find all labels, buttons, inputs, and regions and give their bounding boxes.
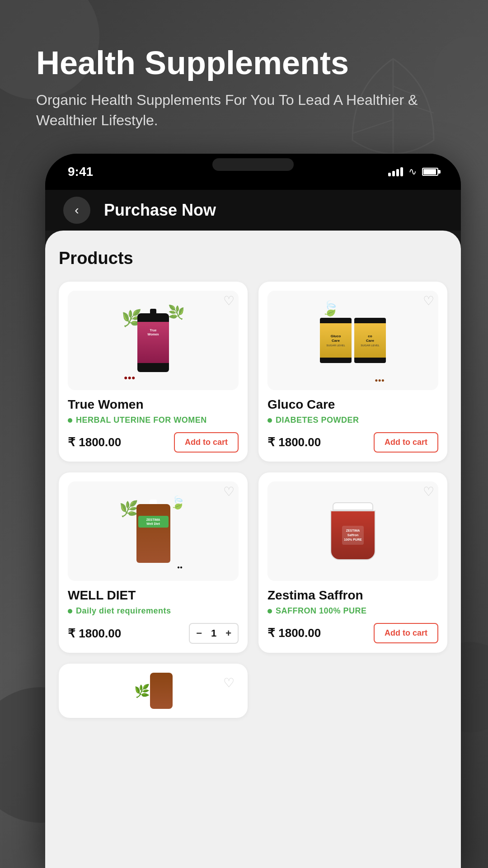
page-title: Health Supplements [36, 45, 452, 81]
product-card-true-women: ♡ 🌿 🌿 TrueWomen [59, 282, 248, 462]
product-image-true-women: 🌿 🌿 TrueWomen ●●● [68, 291, 239, 390]
product-name-well-diet: WELL DIET [68, 588, 239, 603]
product-price-zestima-saffron: ₹ 1800.00 [267, 626, 321, 640]
product-name-zestima-saffron: Zestima Saffron [267, 588, 438, 603]
product-category-zestima-saffron: SAFFRON 100% PURE [267, 606, 438, 616]
battery-icon [422, 168, 438, 176]
add-to-cart-button-true-women[interactable]: Add to cart [174, 432, 239, 453]
category-text-zestima-saffron: SAFFRON 100% PURE [276, 606, 367, 616]
quantity-value: 1 [209, 627, 218, 639]
category-text-true-women: HERBAL UTERINE FOR WOMEN [76, 415, 207, 425]
products-section-title: Products [59, 249, 447, 268]
status-icons: ∿ [388, 166, 438, 178]
product-name-gluco-care: Gluco Care [267, 397, 438, 412]
product-footer-zestima-saffron: ₹ 1800.00 Add to cart [267, 623, 438, 643]
wishlist-button-partial[interactable]: ♡ [219, 673, 239, 693]
back-button[interactable]: ‹ [63, 197, 90, 224]
nav-bar: ‹ Purchase Now [45, 190, 461, 231]
content-area[interactable]: Products ♡ 🌿 🌿 TrueWomen [45, 231, 461, 868]
category-dot [267, 609, 272, 613]
category-text-well-diet: Daily diet requirements [76, 606, 171, 616]
product-card-zestima-saffron: ♡ ZESTIMASaffron100% PURE [258, 472, 447, 653]
phone-mockup: 9:41 ∿ ‹ Purchase Now Products ♡ [45, 154, 461, 868]
product-price-true-women: ₹ 1800.00 [68, 435, 121, 449]
wishlist-button-true-women[interactable]: ♡ [219, 291, 239, 311]
nav-title: Purchase Now [104, 201, 216, 220]
product-price-gluco-care: ₹ 1800.00 [267, 435, 321, 449]
category-dot [68, 609, 72, 613]
notch [190, 154, 316, 176]
page-subtitle: Organic Health Supplements For You To Le… [36, 90, 452, 131]
product-image-well-diet: 🌿 🍃 ZESTIMAWell Diet ●● [68, 481, 239, 581]
quantity-control-well-diet: − 1 + [189, 623, 239, 644]
product-footer-gluco-care: ₹ 1800.00 Add to cart [267, 432, 438, 453]
product-card-partial: ♡ 🌿 [59, 664, 248, 718]
quantity-increase-button[interactable]: + [225, 627, 231, 639]
add-to-cart-button-gluco-care[interactable]: Add to cart [374, 432, 438, 453]
product-footer-true-women: ₹ 1800.00 Add to cart [68, 432, 239, 453]
add-to-cart-button-zestima-saffron[interactable]: Add to cart [374, 623, 438, 643]
quantity-decrease-button[interactable]: − [196, 627, 202, 639]
product-category-true-women: HERBAL UTERINE FOR WOMEN [68, 415, 239, 425]
product-card-well-diet: ♡ 🌿 🍃 ZESTIMAWell Diet [59, 472, 248, 653]
product-footer-well-diet: ₹ 1800.00 − 1 + [68, 623, 239, 644]
wifi-icon: ∿ [408, 166, 417, 178]
product-price-well-diet: ₹ 1800.00 [68, 627, 121, 641]
status-time: 9:41 [68, 165, 93, 179]
product-category-gluco-care: DIABETES POWDER [267, 415, 438, 425]
product-image-gluco-care: 🍃 GlucoCare SUGAR LEVEL [267, 291, 438, 390]
category-dot [267, 418, 272, 423]
products-grid: ♡ 🌿 🌿 TrueWomen [59, 282, 447, 653]
back-icon: ‹ [75, 203, 79, 217]
product-card-gluco-care: ♡ 🍃 GlucoCare SUGAR LEVEL [258, 282, 447, 462]
battery-fill [423, 169, 436, 175]
category-dot [68, 418, 72, 423]
product-name-true-women: True Women [68, 397, 239, 412]
notch-inner [212, 158, 294, 171]
header-section: Health Supplements Organic Health Supple… [36, 45, 452, 131]
wishlist-button-zestima-saffron[interactable]: ♡ [418, 481, 438, 501]
product-image-zestima-saffron: ZESTIMASaffron100% PURE [267, 481, 438, 581]
wishlist-button-gluco-care[interactable]: ♡ [418, 291, 438, 311]
product-category-well-diet: Daily diet requirements [68, 606, 239, 616]
status-bar: 9:41 ∿ [45, 154, 461, 190]
wishlist-button-well-diet[interactable]: ♡ [219, 481, 239, 501]
signal-bars-icon [388, 167, 403, 176]
category-text-gluco-care: DIABETES POWDER [276, 415, 359, 425]
